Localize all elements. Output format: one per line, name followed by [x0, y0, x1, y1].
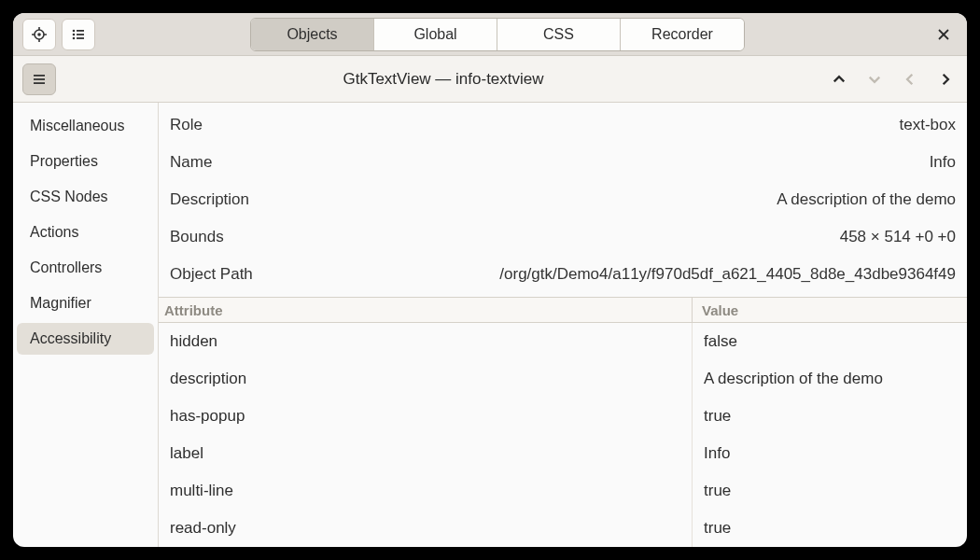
sidebar-item-properties[interactable]: Properties — [17, 146, 154, 177]
prop-value: A description of the demo — [291, 190, 956, 209]
prop-row-description: Description A description of the demo — [159, 181, 967, 218]
prop-label: Name — [170, 153, 291, 172]
attr-value: true — [693, 482, 967, 500]
prop-value: /org/gtk/Demo4/a11y/f970d5df_a621_4405_8… — [291, 265, 956, 284]
attr-value: true — [693, 519, 967, 538]
attr-value: Info — [693, 444, 967, 463]
nav-up-button[interactable] — [831, 71, 847, 88]
svg-rect-11 — [77, 37, 84, 39]
object-bar: GtkTextView — info-textview — [13, 56, 967, 103]
table-row[interactable]: read-only true — [159, 510, 967, 547]
svg-point-8 — [73, 33, 76, 35]
prop-label: Object Path — [170, 265, 291, 284]
table-row[interactable]: hidden false — [159, 323, 967, 360]
main-tabs: Objects Global CSS Recorder — [250, 18, 745, 51]
sidebar-item-css-nodes[interactable]: CSS Nodes — [17, 181, 154, 213]
sidebar-item-controllers[interactable]: Controllers — [17, 252, 154, 284]
object-title: GtkTextView — info-textview — [56, 70, 831, 89]
prop-row-role: Role text-box — [159, 106, 967, 144]
chevron-down-icon — [868, 73, 881, 86]
column-attribute[interactable]: Attribute — [159, 298, 693, 322]
svg-rect-9 — [77, 34, 84, 35]
tab-global[interactable]: Global — [374, 19, 497, 50]
table-row[interactable]: description A description of the demo — [159, 360, 967, 398]
close-button[interactable] — [935, 26, 952, 43]
sidebar-item-magnifier[interactable]: Magnifier — [17, 287, 154, 319]
attr-name: read-only — [159, 510, 693, 547]
prop-label: Role — [170, 116, 291, 134]
svg-rect-15 — [34, 78, 45, 80]
table-row[interactable]: has-popup true — [159, 398, 967, 435]
attr-name: label — [159, 435, 693, 472]
attr-value: false — [693, 332, 967, 351]
svg-rect-7 — [77, 30, 84, 32]
attr-name: hidden — [159, 323, 693, 360]
prop-row-name: Name Info — [159, 144, 967, 181]
sidebar-item-accessibility[interactable]: Accessibility — [17, 323, 154, 355]
prop-value: Info — [291, 153, 956, 172]
attr-name: description — [159, 360, 693, 398]
target-icon — [32, 27, 47, 42]
svg-rect-16 — [34, 82, 45, 84]
svg-point-10 — [73, 36, 76, 39]
prop-label: Description — [170, 190, 291, 209]
chevron-right-icon — [939, 73, 952, 86]
hamburger-icon — [32, 72, 47, 87]
sidebar-item-actions[interactable]: Actions — [17, 217, 154, 248]
chevron-left-icon — [903, 73, 917, 86]
attributes-table-header: Attribute Value — [159, 297, 967, 323]
attributes-table-body: hidden false description A description o… — [159, 323, 967, 547]
svg-point-1 — [37, 33, 41, 36]
content: Miscellaneous Properties CSS Nodes Actio… — [13, 103, 967, 547]
svg-point-6 — [73, 29, 76, 32]
table-row[interactable]: multi-line true — [159, 472, 967, 510]
prop-row-object-path: Object Path /org/gtk/Demo4/a11y/f970d5df… — [159, 256, 967, 293]
column-value[interactable]: Value — [693, 302, 967, 318]
list-icon — [71, 27, 86, 42]
sidebar-item-miscellaneous[interactable]: Miscellaneous — [17, 110, 154, 142]
accessibility-properties: Role text-box Name Info Description A de… — [159, 103, 967, 297]
tab-objects[interactable]: Objects — [251, 19, 374, 50]
close-icon — [938, 29, 949, 40]
prop-row-bounds: Bounds 458 × 514 +0 +0 — [159, 218, 967, 256]
svg-rect-14 — [34, 75, 45, 77]
attr-value: true — [693, 407, 967, 426]
prop-label: Bounds — [170, 228, 291, 246]
nav-down-button[interactable] — [866, 71, 883, 88]
attr-name: multi-line — [159, 472, 693, 510]
nav-back-button[interactable] — [902, 71, 918, 88]
titlebar: Objects Global CSS Recorder — [13, 13, 967, 56]
inspector-window: Objects Global CSS Recorder GtkTextView … — [13, 13, 967, 547]
sidebar: Miscellaneous Properties CSS Nodes Actio… — [13, 103, 159, 547]
prop-value: 458 × 514 +0 +0 — [291, 228, 956, 246]
attr-value: A description of the demo — [693, 370, 967, 388]
tab-recorder[interactable]: Recorder — [621, 19, 744, 50]
attr-name: has-popup — [159, 398, 693, 435]
prop-value: text-box — [291, 116, 956, 134]
target-button[interactable] — [22, 19, 56, 50]
list-button[interactable] — [62, 19, 95, 50]
main-panel: Role text-box Name Info Description A de… — [159, 103, 967, 547]
chevron-up-icon — [833, 73, 846, 86]
nav-forward-button[interactable] — [937, 71, 954, 88]
table-row[interactable]: label Info — [159, 435, 967, 472]
tab-css[interactable]: CSS — [497, 19, 621, 50]
menu-button[interactable] — [22, 63, 56, 95]
nav-icons — [831, 71, 954, 88]
